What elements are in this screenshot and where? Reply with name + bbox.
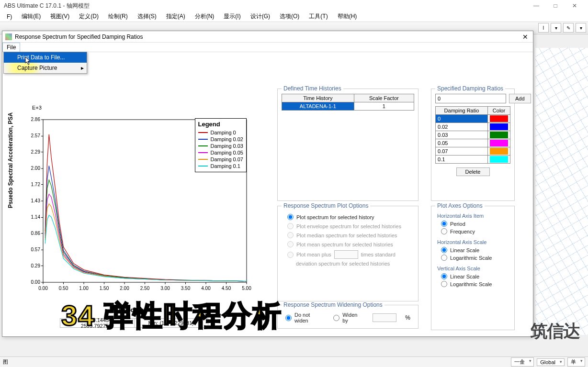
- legend-entry: Damping 0.07: [198, 156, 244, 162]
- plot-option-radio: [287, 223, 294, 229]
- th-col-scale: Scale Factor: [354, 94, 414, 102]
- menu-item[interactable]: 设计(G): [246, 12, 275, 21]
- main-menubar: F)编辑(E)视图(V)定义(D)绘制(R)选择(S)指定(A)分析(N)显示(…: [0, 11, 588, 22]
- svg-text:2.57: 2.57: [31, 133, 41, 138]
- axes-sub-title: Vertical Axis Scale: [437, 266, 510, 271]
- std-dev-input: [334, 250, 358, 259]
- menu-item[interactable]: 视图(V): [45, 12, 74, 21]
- do-not-widen-row[interactable]: Do not widen: [285, 312, 325, 323]
- add-button[interactable]: Add: [509, 94, 531, 103]
- mean-plus-prefix: Plot mean plus: [296, 252, 331, 257]
- svg-text:1.50: 1.50: [100, 286, 109, 291]
- menu-item[interactable]: 显示(I): [219, 12, 245, 21]
- axes-option-row[interactable]: Logarithmic Scale: [441, 281, 507, 287]
- svg-text:0.29: 0.29: [31, 263, 41, 268]
- print-data-item[interactable]: Print Data to File...: [4, 52, 87, 63]
- axes-option-row[interactable]: Linear Scale: [441, 247, 507, 253]
- gb-options-title: Response Spectrum Plot Options: [282, 202, 370, 209]
- plot-option-row[interactable]: Plot spectrum for selected history: [287, 214, 408, 220]
- svg-text:1.14: 1.14: [31, 214, 41, 220]
- percent-label: %: [405, 314, 410, 321]
- delete-button[interactable]: Delete: [456, 167, 490, 176]
- damping-table[interactable]: Damping RatioColor00.020.030.050.070.1: [435, 106, 510, 164]
- svg-text:0.86: 0.86: [31, 231, 41, 236]
- svg-text:2.50: 2.50: [140, 286, 150, 291]
- axes-radio[interactable]: [441, 221, 447, 227]
- plot-mean-plus-row: Plot mean plus times standard: [287, 250, 408, 259]
- toolbar-btn-d[interactable]: ▾: [576, 23, 586, 33]
- svg-text:3.00: 3.00: [160, 286, 170, 291]
- svg-text:0.00: 0.00: [38, 286, 48, 291]
- svg-text:2.86: 2.86: [31, 117, 41, 122]
- table-row[interactable]: 0.07: [436, 147, 510, 156]
- menu-item[interactable]: 工具(T): [304, 12, 332, 21]
- menu-item[interactable]: 绘制(R): [103, 12, 133, 21]
- watermark-logo: 筑信达: [531, 320, 579, 343]
- axes-radio[interactable]: [441, 281, 447, 287]
- minimize-icon[interactable]: —: [527, 2, 546, 9]
- legend-entry: Damping 0: [198, 130, 244, 135]
- svg-text:5.00: 5.00: [242, 286, 251, 291]
- axes-radio[interactable]: [441, 247, 447, 253]
- color-swatch[interactable]: [490, 132, 508, 138]
- submenu-arrow-icon: ▸: [81, 65, 84, 71]
- table-row[interactable]: ALTADENA-1-11: [282, 102, 414, 111]
- toolbar-btn-b[interactable]: ▾: [551, 23, 561, 33]
- close-icon[interactable]: ✕: [565, 2, 584, 9]
- dialog-close-icon[interactable]: ✕: [520, 33, 530, 41]
- widening-group: Response Spectrum Widening Options Do no…: [277, 305, 418, 329]
- overlay-caption: 34 弹性时程分析: [61, 297, 282, 335]
- axes-radio[interactable]: [441, 255, 447, 261]
- color-swatch[interactable]: [490, 115, 508, 122]
- menu-item[interactable]: 选择(S): [133, 12, 161, 21]
- plot-option-row: Plot envelope spectrum for selected hist…: [287, 223, 408, 229]
- toolbar-btn-c[interactable]: ✎: [563, 23, 574, 33]
- table-row[interactable]: 0.05: [436, 139, 510, 147]
- status-combo-2[interactable]: Global: [537, 358, 565, 366]
- do-not-widen-radio[interactable]: [285, 315, 292, 321]
- status-combo-3[interactable]: 单: [567, 357, 585, 367]
- gb-widen-title: Response Spectrum Widening Options: [282, 301, 384, 308]
- color-swatch[interactable]: [490, 140, 508, 146]
- maximize-icon[interactable]: □: [546, 2, 565, 9]
- damping-input[interactable]: [435, 94, 506, 103]
- chart-legend: Legend Damping 0Damping 0.02Damping 0.03…: [195, 118, 247, 172]
- plot-option-radio[interactable]: [287, 214, 294, 220]
- dialog-file-menu[interactable]: File: [2, 43, 20, 52]
- menu-item[interactable]: 选项(O): [275, 12, 304, 21]
- menu-item[interactable]: 指定(A): [161, 12, 190, 21]
- legend-entry: Damping 0.03: [198, 143, 244, 149]
- color-swatch[interactable]: [490, 123, 508, 130]
- table-row[interactable]: 0.1: [436, 156, 510, 164]
- plot-option-row: Plot median spectrum for selected histor…: [287, 232, 408, 238]
- menu-item[interactable]: 分析(N): [190, 12, 219, 21]
- capture-picture-item[interactable]: Capture Picture▸: [4, 63, 87, 73]
- y-axis-label: Psuedo Spectral Acceleration, PSA: [7, 112, 14, 208]
- widen-by-row[interactable]: Widen by: [333, 312, 364, 323]
- time-history-table[interactable]: Time HistoryScale Factor ALTADENA-1-11: [282, 94, 414, 111]
- table-row[interactable]: 0: [436, 115, 510, 123]
- axes-radio[interactable]: [441, 273, 447, 279]
- svg-text:1.00: 1.00: [79, 286, 89, 291]
- menu-item[interactable]: 帮助(H): [333, 12, 362, 21]
- menu-item[interactable]: 定义(D): [74, 12, 103, 21]
- defined-time-histories-group: Defined Time Histories Time HistoryScale…: [277, 89, 418, 201]
- widen-percent-input: [373, 313, 396, 322]
- axes-option-row[interactable]: Frequency: [441, 228, 507, 234]
- table-row[interactable]: 0.03: [436, 131, 510, 139]
- axes-option-row[interactable]: Period: [441, 221, 507, 227]
- status-combo-1[interactable]: 一金: [511, 357, 534, 367]
- color-swatch[interactable]: [490, 148, 508, 155]
- menu-item[interactable]: F): [2, 13, 17, 20]
- app-title: ABS Ultimate C 17.0.1 - 轴网模型: [4, 2, 90, 10]
- axes-radio[interactable]: [441, 228, 447, 234]
- plot-option-row: Plot mean spectrum for selected historie…: [287, 241, 408, 247]
- toolbar-btn-a[interactable]: I: [538, 23, 549, 33]
- menu-item[interactable]: 编辑(E): [17, 12, 45, 21]
- table-row[interactable]: 0.02: [436, 123, 510, 131]
- svg-text:2.29: 2.29: [31, 149, 41, 155]
- widen-by-radio[interactable]: [333, 315, 339, 321]
- axes-option-row[interactable]: Logarithmic Scale: [441, 255, 507, 261]
- axes-option-row[interactable]: Linear Scale: [441, 273, 507, 279]
- color-swatch[interactable]: [490, 156, 508, 163]
